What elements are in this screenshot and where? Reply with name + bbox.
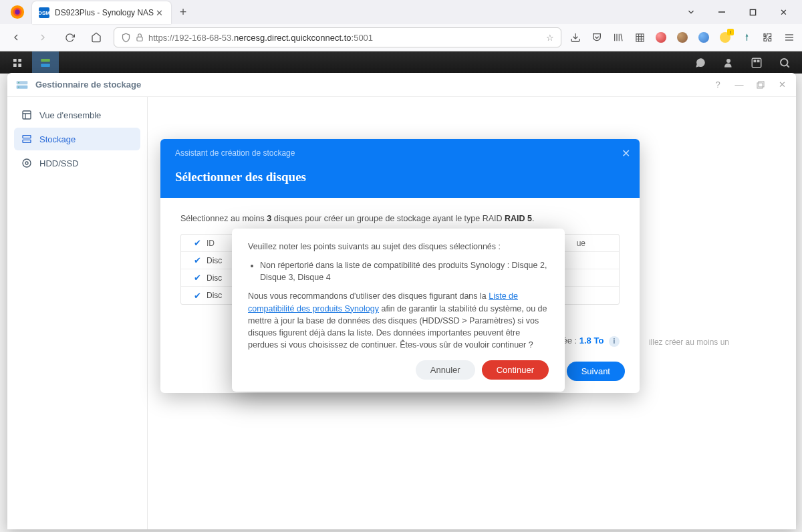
next-button[interactable]: Suivant	[567, 362, 625, 381]
url-text: https://192-168-68-53.nercesg.direct.qui…	[148, 33, 542, 43]
storage-icon	[21, 133, 33, 145]
wizard-instruction-text: Sélectionnez au moins 3 disques pour cré…	[180, 214, 620, 223]
compatibility-warning-dialog: Veuillez noter les points suivants au su…	[232, 229, 565, 392]
extensions-puzzle-icon[interactable]	[762, 31, 774, 43]
row-checkbox[interactable]: ✔	[188, 273, 207, 283]
sidebar-label-hdd: HDD/SSD	[39, 158, 79, 168]
svg-point-30	[781, 59, 788, 66]
chevron-down-icon[interactable]	[682, 3, 700, 21]
storage-manager-icon	[15, 78, 29, 92]
row-checkbox[interactable]: ✔	[188, 255, 207, 265]
user-icon[interactable]	[715, 51, 742, 74]
window-close-button[interactable]: ✕	[774, 3, 793, 21]
window-maximize-button[interactable]	[743, 3, 762, 21]
tab-close-icon[interactable]: ✕	[154, 7, 164, 18]
extension-brown-icon[interactable]	[676, 31, 688, 43]
shield-icon[interactable]	[121, 33, 131, 43]
widgets-icon[interactable]	[743, 51, 770, 74]
svg-rect-41	[23, 136, 31, 138]
svg-rect-33	[17, 85, 28, 88]
svg-line-31	[787, 65, 789, 67]
dsm-taskbar	[0, 51, 802, 74]
toolbar-extensions: !	[569, 31, 795, 43]
library-icon[interactable]	[612, 31, 624, 43]
tab-favicon-icon: DSM	[39, 7, 49, 18]
extension-red-icon[interactable]	[655, 31, 667, 43]
address-bar: https://192-168-68-53.nercesg.direct.qui…	[0, 24, 802, 51]
maximize-icon[interactable]	[755, 79, 767, 91]
svg-rect-21	[18, 59, 21, 62]
sidebar-label-overview: Vue d'ensemble	[39, 110, 101, 120]
row-checkbox[interactable]: ✔	[188, 291, 207, 301]
column-header-id: ID	[207, 239, 215, 248]
sidebar-item-hddssd[interactable]: HDD/SSD	[14, 152, 140, 174]
extension-pin-icon[interactable]	[741, 31, 753, 43]
tab-bar: DSM DS923Plus - Synology NAS ✕ + ✕	[0, 0, 802, 24]
back-button[interactable]	[7, 28, 25, 47]
sidebar: Vue d'ensemble Stockage HDD/SSD	[7, 97, 148, 529]
close-icon[interactable]: ✕	[776, 79, 788, 91]
svg-rect-29	[757, 59, 760, 62]
sidebar-item-storage[interactable]: Stockage	[14, 128, 140, 150]
svg-rect-36	[757, 83, 763, 88]
extension-yellow-icon[interactable]: !	[719, 31, 731, 43]
svg-rect-28	[754, 59, 757, 62]
select-all-checkbox[interactable]: ✔	[188, 238, 207, 248]
window-titlebar[interactable]: Gestionnaire de stockage ? — ✕	[7, 73, 796, 97]
dialog-bullet-text: Non répertorié dans la liste de compatib…	[260, 259, 549, 283]
svg-rect-37	[759, 82, 764, 87]
window-minimize-button[interactable]	[712, 3, 731, 21]
svg-rect-32	[17, 81, 28, 84]
sidebar-label-storage: Stockage	[39, 134, 76, 144]
svg-rect-4	[750, 9, 755, 15]
home-button[interactable]	[87, 28, 106, 47]
cancel-button[interactable]: Annuler	[416, 360, 475, 380]
disk-label: Disc	[207, 256, 222, 265]
window-title: Gestionnaire de stockage	[35, 80, 141, 90]
svg-rect-24	[41, 59, 50, 62]
browser-tab[interactable]: DSM DS923Plus - Synology NAS ✕	[32, 1, 171, 24]
url-field[interactable]: https://192-168-68-53.nercesg.direct.qui…	[114, 27, 561, 47]
lock-icon[interactable]	[135, 33, 144, 42]
continue-button[interactable]: Continuer	[482, 360, 549, 380]
svg-rect-11	[636, 33, 643, 41]
app-menu-icon[interactable]	[783, 31, 795, 43]
search-icon[interactable]	[771, 51, 798, 74]
column-header-right: ue	[577, 239, 585, 248]
dialog-intro-text: Veuillez noter les points suivants au su…	[248, 241, 549, 253]
minimize-icon[interactable]: —	[733, 79, 745, 91]
storage-manager-taskbar-icon[interactable]	[32, 51, 59, 74]
tab-title: DS923Plus - Synology NAS	[55, 8, 154, 17]
svg-line-10	[621, 34, 622, 41]
wizard-close-icon[interactable]: ✕	[622, 147, 630, 160]
pocket-icon[interactable]	[591, 31, 603, 43]
reload-button[interactable]	[60, 28, 79, 47]
dialog-body-text: Nous vous recommandons d'utiliser des di…	[248, 290, 549, 351]
firefox-logo-icon	[9, 4, 25, 20]
main-menu-icon[interactable]	[4, 51, 31, 74]
chat-icon[interactable]	[687, 51, 714, 74]
sidebar-item-overview[interactable]: Vue d'ensemble	[14, 104, 140, 126]
new-tab-button[interactable]: +	[174, 3, 192, 21]
svg-rect-42	[23, 140, 31, 142]
extension-blue-icon[interactable]	[698, 31, 710, 43]
svg-point-35	[18, 86, 19, 88]
svg-point-44	[25, 162, 28, 164]
wizard-title: Sélectionner des disques	[175, 170, 625, 184]
svg-rect-23	[18, 63, 21, 67]
download-icon[interactable]	[569, 31, 581, 43]
overview-icon	[21, 109, 33, 121]
background-hint-text: illez créer au moins un	[649, 338, 729, 347]
help-icon[interactable]: ?	[712, 79, 724, 91]
bookmark-star-icon[interactable]: ☆	[546, 33, 554, 43]
grid-icon[interactable]	[634, 31, 646, 43]
svg-rect-38	[23, 111, 31, 119]
svg-point-26	[726, 59, 730, 63]
hdd-icon	[21, 157, 33, 169]
svg-rect-22	[13, 63, 17, 67]
svg-rect-27	[752, 58, 761, 68]
svg-point-34	[18, 82, 19, 83]
info-icon[interactable]: i	[609, 336, 620, 347]
forward-button[interactable]	[33, 28, 52, 47]
disk-label: Disc	[207, 273, 222, 283]
